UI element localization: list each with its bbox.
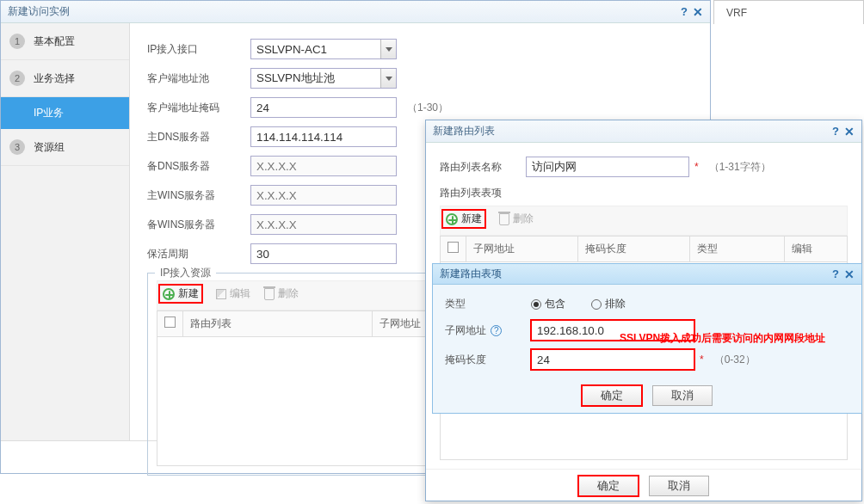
main-dialog-title: 新建访问实例 <box>8 4 70 19</box>
delete-label: 删除 <box>278 286 299 301</box>
step-label: 业务选择 <box>34 71 75 86</box>
route-dialog-title: 新建路由列表 <box>433 124 495 138</box>
radio-exclude[interactable]: 排除 <box>591 297 626 311</box>
main-wins-input[interactable] <box>250 185 397 206</box>
route-footer: 确定 取消 <box>426 469 861 501</box>
select-all-cell[interactable] <box>441 237 466 261</box>
chevron-down-icon[interactable] <box>380 40 396 58</box>
step-number: 3 <box>9 139 25 155</box>
edit-label: 编辑 <box>230 286 250 301</box>
help-icon[interactable]: ? <box>832 267 839 280</box>
plus-icon <box>163 288 175 300</box>
help-icon[interactable]: ? <box>681 5 688 18</box>
mask-label: 掩码长度 <box>445 353 531 367</box>
ip-interface-input[interactable] <box>250 39 397 59</box>
delete-button: 删除 <box>264 286 299 301</box>
substep-label: IP业务 <box>34 107 64 119</box>
main-wins-label: 主WINS服务器 <box>147 188 250 203</box>
annotation-text: SSLVPN拨入成功后需要访问的内网网段地址 <box>620 331 825 346</box>
client-pool-label: 客户端地址池 <box>147 71 250 86</box>
close-icon[interactable]: ✕ <box>844 125 855 138</box>
radio-include-label: 包含 <box>545 297 565 311</box>
vrf-tab-label: VRF <box>726 7 747 19</box>
client-pool-select[interactable] <box>250 68 397 89</box>
pencil-icon <box>216 289 226 299</box>
help-icon[interactable]: ? <box>832 125 839 138</box>
edit-button: 编辑 <box>216 286 250 301</box>
radio-icon <box>591 299 602 310</box>
route-name-input[interactable] <box>526 157 689 177</box>
backup-wins-label: 备WINS服务器 <box>147 218 250 232</box>
subnet-label: 子网地址 ? <box>445 323 531 338</box>
step-number: 2 <box>9 71 25 86</box>
type-label: 类型 <box>445 297 531 311</box>
route-delete-button: 删除 <box>499 212 534 226</box>
main-dns-label: 主DNS服务器 <box>147 130 250 144</box>
trash-icon <box>264 288 275 300</box>
route-name-label: 路由列表名称 <box>440 160 526 175</box>
step-number: 1 <box>9 34 25 49</box>
col-masklen: 掩码长度 <box>578 237 690 261</box>
route-delete-label: 删除 <box>513 212 534 226</box>
checkbox-icon[interactable] <box>164 317 176 328</box>
inner-footer: 确定 取消 <box>445 378 849 413</box>
substep-ip-service[interactable]: IP业务 <box>1 97 129 129</box>
radio-exclude-label: 排除 <box>605 297 626 311</box>
radio-icon <box>531 299 541 310</box>
plus-icon <box>446 213 458 225</box>
chevron-down-icon[interactable] <box>380 69 396 88</box>
step-basic-config[interactable]: 1 基本配置 <box>1 23 129 60</box>
fieldset-legend: IP接入资源 <box>155 266 216 280</box>
vrf-tab[interactable]: VRF <box>713 0 864 24</box>
route-name-hint: （1-31字符） <box>709 160 771 175</box>
new-button[interactable]: 新建 <box>159 285 202 303</box>
route-toolbar: 新建 删除 <box>440 206 848 236</box>
client-mask-hint: （1-30） <box>407 101 448 115</box>
inner-ok-button[interactable]: 确定 <box>582 385 642 406</box>
step-service-select[interactable]: 2 业务选择 <box>1 60 129 97</box>
close-icon[interactable]: ✕ <box>693 5 703 19</box>
new-label: 新建 <box>178 286 199 301</box>
col-route-list: 路由列表 <box>183 311 373 336</box>
client-pool-input[interactable] <box>250 68 397 89</box>
col-edit: 编辑 <box>785 237 847 261</box>
route-table-header: 子网地址 掩码长度 类型 编辑 <box>440 236 848 262</box>
step-label: 基本配置 <box>34 34 75 49</box>
close-icon[interactable]: ✕ <box>844 267 855 281</box>
radio-include[interactable]: 包含 <box>531 297 565 311</box>
backup-wins-input[interactable] <box>250 214 397 235</box>
route-new-button[interactable]: 新建 <box>442 210 485 228</box>
trash-icon <box>499 213 509 225</box>
wizard-sidebar: 1 基本配置 2 业务选择 IP业务 3 资源组 <box>1 23 130 440</box>
select-all-cell[interactable] <box>157 311 183 336</box>
checkbox-icon[interactable] <box>447 242 459 253</box>
client-mask-label: 客户端地址掩码 <box>147 101 250 115</box>
inner-title: 新建路由表项 <box>440 267 502 281</box>
inner-cancel-button[interactable]: 取消 <box>652 385 713 406</box>
backup-dns-label: 备DNS服务器 <box>147 159 250 174</box>
required-star: * <box>700 353 704 366</box>
col-subnet: 子网地址 <box>466 237 578 261</box>
ip-interface-select[interactable] <box>250 39 397 59</box>
main-dialog-titlebar: 新建访问实例 ? ✕ <box>1 1 710 23</box>
inner-titlebar: 新建路由表项 ? ✕ <box>433 264 861 285</box>
keepalive-label: 保活周期 <box>147 247 250 261</box>
col-type: 类型 <box>690 237 785 261</box>
route-ok-button[interactable]: 确定 <box>578 476 639 496</box>
route-items-label: 路由列表表项 <box>440 186 848 200</box>
client-mask-input[interactable] <box>250 97 397 118</box>
mask-input[interactable] <box>531 349 694 370</box>
route-cancel-button[interactable]: 取消 <box>649 476 709 496</box>
step-label: 资源组 <box>34 140 65 155</box>
backup-dns-input[interactable] <box>250 156 397 176</box>
mask-hint: （0-32） <box>714 353 756 367</box>
required-star: * <box>694 161 699 173</box>
question-icon[interactable]: ? <box>491 325 502 336</box>
keepalive-input[interactable] <box>250 243 397 264</box>
route-dialog-titlebar: 新建路由列表 ? ✕ <box>426 120 861 143</box>
route-new-label: 新建 <box>461 212 482 226</box>
ip-interface-label: IP接入接口 <box>147 42 250 57</box>
step-resource-group[interactable]: 3 资源组 <box>1 129 129 166</box>
main-dns-input[interactable] <box>250 126 397 147</box>
